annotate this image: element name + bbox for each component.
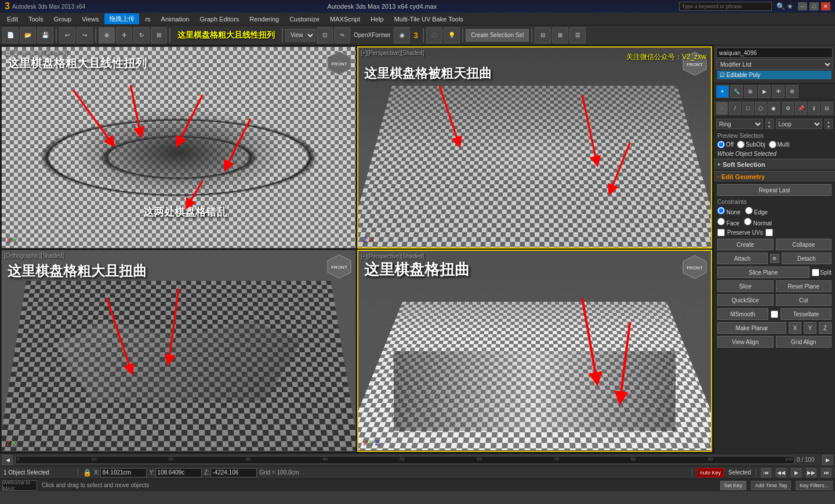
- tb-save[interactable]: 💾: [37, 27, 53, 43]
- slice-button[interactable]: Slice: [717, 280, 774, 292]
- edit-geometry-header[interactable]: - Edit Geometry: [714, 171, 835, 182]
- create-button[interactable]: Create: [717, 239, 774, 250]
- timeline-prev-btn[interactable]: ◀: [2, 455, 13, 465]
- rp-icon-border[interactable]: □: [742, 102, 754, 115]
- tb-light[interactable]: 💡: [444, 27, 460, 43]
- rp-scroll[interactable]: · / □ ⬡ ◉ ⚙ 📌 ℹ ⊟ Ring ▲ ▼: [714, 100, 835, 453]
- rp-icon-settings[interactable]: ⚙: [782, 102, 794, 115]
- rp-icon-edge[interactable]: /: [729, 102, 740, 115]
- tb-percent[interactable]: %: [334, 27, 350, 43]
- z-button[interactable]: Z: [819, 322, 832, 334]
- tb-open[interactable]: 📂: [20, 27, 36, 43]
- constraint-none[interactable]: None: [717, 207, 740, 216]
- soft-selection-header[interactable]: + Soft Selection: [714, 159, 835, 170]
- tb-align[interactable]: ⊟: [535, 27, 551, 43]
- grid-align-button[interactable]: Grid Align: [776, 336, 832, 348]
- ring-down[interactable]: ▼: [766, 124, 773, 129]
- timeline-slider[interactable]: 0 10 20 30 40 50 60 70 80 90 100: [15, 456, 794, 464]
- y-button[interactable]: Y: [804, 322, 816, 334]
- maximize-button[interactable]: □: [809, 2, 819, 10]
- tb-layer[interactable]: ☰: [569, 27, 586, 43]
- auto-key-button[interactable]: Auto Key: [697, 468, 724, 477]
- tb-new[interactable]: 📄: [2, 27, 19, 43]
- viewport-3[interactable]: [Orthographic][Shaded] 这里棋盘格粗大且扭曲 Z X FR…: [1, 250, 356, 452]
- panel-icon-modify[interactable]: 🔧: [730, 85, 743, 98]
- viewport-2[interactable]: [+][Perspective][Shaded] 关注微信公众号：V2_zxw …: [357, 46, 712, 249]
- search-input[interactable]: [679, 2, 772, 11]
- minimize-button[interactable]: ─: [798, 2, 807, 10]
- menu-edit[interactable]: Edit: [2, 14, 23, 24]
- x-coord-input[interactable]: [100, 468, 147, 477]
- reset-plane-button[interactable]: Reset Plane: [776, 280, 832, 292]
- loop-dropdown[interactable]: Loop: [776, 119, 823, 129]
- rp-icon-element[interactable]: ◉: [768, 102, 779, 115]
- x-button[interactable]: X: [789, 322, 801, 334]
- prev-key-btn[interactable]: ◀◀: [776, 468, 786, 477]
- loop-spinner[interactable]: ▲ ▼: [825, 119, 833, 129]
- tb-select[interactable]: ⊕: [99, 27, 115, 43]
- attach-settings-icon[interactable]: ⚙: [770, 254, 779, 263]
- constraint-edge[interactable]: Edge: [745, 207, 768, 216]
- menu-multitile[interactable]: Multi-Tile UV Bake Tools: [390, 14, 468, 24]
- rp-icon-pin[interactable]: 📌: [795, 102, 807, 115]
- ring-spinner[interactable]: ▲ ▼: [765, 119, 774, 129]
- vp4-gizmo[interactable]: FRONT: [681, 253, 709, 281]
- menu-rendering[interactable]: Rendering: [245, 14, 284, 24]
- loop-down[interactable]: ▼: [825, 124, 832, 129]
- tb-snap[interactable]: ⊡: [317, 27, 333, 43]
- rp-icon-vertex[interactable]: ·: [716, 102, 728, 115]
- make-planar-button[interactable]: Make Planar: [717, 322, 786, 334]
- view-align-button[interactable]: View Align: [717, 336, 774, 348]
- tb-move[interactable]: ✛: [116, 27, 132, 43]
- close-button[interactable]: ✕: [821, 2, 830, 10]
- menu-maxscript[interactable]: MAXScript: [325, 14, 365, 24]
- z-coord-input[interactable]: [210, 468, 257, 477]
- panel-icon-motion[interactable]: ▶: [758, 85, 771, 98]
- quickslice-button[interactable]: QuickSlice: [717, 294, 774, 306]
- rp-icon-expand[interactable]: ⊟: [821, 102, 833, 115]
- repeat-last-button[interactable]: Repeat Last: [717, 184, 832, 196]
- slice-plane-button[interactable]: Slice Plane: [717, 266, 809, 278]
- panel-icon-create[interactable]: ✦: [716, 85, 729, 98]
- menu-upload[interactable]: 拖拽上传: [104, 13, 139, 24]
- menu-help[interactable]: Help: [366, 14, 389, 24]
- tb-cam[interactable]: 🎥: [426, 27, 442, 43]
- radio-multi[interactable]: Multi: [769, 141, 790, 148]
- tb-redo[interactable]: ↪: [77, 27, 93, 43]
- detach-button[interactable]: Detach: [782, 253, 832, 264]
- collapse-button[interactable]: Collapse: [776, 239, 832, 250]
- key-filters-button[interactable]: Key Filters...: [796, 481, 833, 490]
- preserve-uvs-checkbox[interactable]: [717, 229, 725, 236]
- timeline-next-btn[interactable]: ▶: [822, 455, 833, 465]
- play-btn[interactable]: ▶: [791, 468, 801, 477]
- viewport-1[interactable]: [+][Perspective][Shaded] 这里棋盘格粗大且线性扭列 这两…: [1, 46, 356, 249]
- prev-frame-btn[interactable]: ⏮: [761, 468, 771, 477]
- view-dropdown[interactable]: View: [285, 29, 315, 42]
- loop-up[interactable]: ▲: [825, 119, 832, 124]
- ring-up[interactable]: ▲: [766, 119, 773, 124]
- constraint-face[interactable]: Face: [717, 218, 739, 227]
- tb-scale[interactable]: ⊞: [151, 27, 167, 43]
- object-name-input[interactable]: [716, 48, 833, 58]
- constraint-normal[interactable]: Normal: [744, 218, 772, 227]
- tessellate-button[interactable]: Tessellate: [780, 308, 832, 320]
- panel-icon-hierarchy[interactable]: ⊞: [744, 85, 757, 98]
- menu-views[interactable]: Views: [77, 14, 103, 24]
- vp3-gizmo[interactable]: FRONT: [325, 253, 353, 280]
- msmooth-checkbox[interactable]: [771, 311, 778, 318]
- split-checkbox[interactable]: [812, 269, 819, 276]
- rp-icon-poly[interactable]: ⬡: [755, 102, 767, 115]
- attach-button[interactable]: Attach: [717, 253, 768, 264]
- next-key-btn[interactable]: ▶▶: [806, 468, 816, 477]
- tb-rotate[interactable]: ↻: [133, 27, 150, 43]
- tb-undo[interactable]: ↩: [59, 27, 75, 43]
- vp1-gizmo[interactable]: FRONT: [325, 49, 353, 77]
- menu-graph-editors[interactable]: Graph Editors: [195, 14, 244, 24]
- next-frame-btn[interactable]: ⏭: [821, 468, 832, 477]
- add-time-tag-button[interactable]: Add Time Tag: [751, 481, 791, 490]
- tb-oxf[interactable]: ◉: [394, 27, 410, 43]
- viewport-4[interactable]: [+][Perspective][Shaded] 这里棋盘格扭曲 X Y Z: [357, 250, 712, 452]
- modifier-list-dropdown[interactable]: Modifier List: [716, 59, 833, 70]
- menu-tools[interactable]: Tools: [24, 14, 48, 24]
- set-key-button[interactable]: Set Key: [720, 481, 747, 490]
